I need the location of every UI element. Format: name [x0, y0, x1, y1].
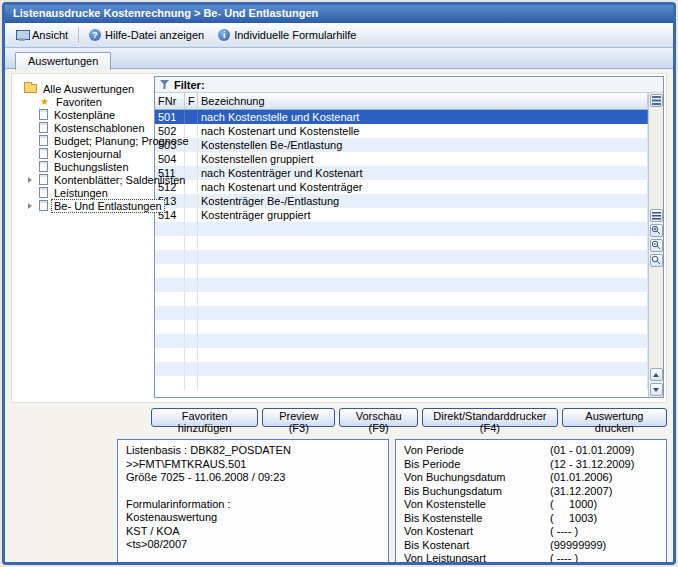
cell-flag: [185, 208, 198, 222]
help-file-button[interactable]: ? Hilfe-Datei anzeigen: [82, 26, 211, 44]
tree-item-label: Kostenjournal: [52, 148, 123, 160]
table-row[interactable]: 502 nach Kostenart und Kostenstelle: [155, 124, 648, 138]
cell-bezeichnung: Kostenstellen Be-/Entlastung: [198, 138, 648, 152]
tree-item-be-und-entlastungen[interactable]: Be- Und Entlastungen: [24, 199, 144, 212]
empty-row: [155, 334, 648, 348]
form-help-button[interactable]: i Individuelle Formularhilfe: [211, 26, 363, 44]
tree-root-label: Alle Auswertungen: [41, 83, 136, 95]
cell-bezeichnung: nach Kostenart und Kostenträger: [198, 180, 648, 194]
zoom-out-button[interactable]: [650, 239, 663, 252]
param-row: Von Periode(01 - 01.01.2009): [404, 444, 658, 458]
param-row: Von Kostenart( ---- ): [404, 525, 658, 539]
results-grid: FNr F Bezeichnung 501 nach Kostenstelle …: [155, 93, 648, 397]
filter-row[interactable]: Filter:: [155, 77, 663, 93]
param-row: Von Buchungsdatum(01.01.2006): [404, 471, 658, 485]
info-line: Formularinformation :: [126, 498, 380, 512]
list-info-panel: Listenbasis : DBK82_POSDATEN >>FMT\FMTKR…: [117, 439, 389, 565]
auswertung-drucken-button[interactable]: Auswertung drucken: [562, 408, 667, 427]
view-icon: [16, 30, 28, 41]
zoom-reset-button[interactable]: [650, 254, 663, 267]
vorschau-f9-button[interactable]: Vorschau (F9): [339, 408, 418, 427]
title-bar: Listenausdrucke Kostenrechnung > Be- Und…: [5, 5, 673, 23]
action-button-row: Favoriten hinzufügen Preview (F3) Vorsch…: [151, 408, 667, 427]
tree-item-label: Kostenschablonen: [52, 122, 147, 134]
table-row[interactable]: 503 Kostenstellen Be-/Entlastung: [155, 138, 648, 152]
zoom-in-icon: [651, 225, 661, 235]
tree-item-kostenplaene[interactable]: Kostenpläne: [24, 108, 144, 121]
expand-arrow-icon[interactable]: [28, 203, 32, 209]
tree-item-label: Favoriten: [54, 96, 104, 108]
table-row[interactable]: 513 Kostenträger Be-/Entlastung: [155, 194, 648, 208]
arrow-up-icon: [653, 373, 659, 377]
filter-label: Filter:: [174, 79, 205, 91]
zoom-in-button[interactable]: [650, 224, 663, 237]
magnifier-icon: [651, 255, 661, 265]
direkt-standarddrucker-f4-button[interactable]: Direkt/Standarddrucker (F4): [422, 408, 558, 427]
empty-row: [155, 250, 648, 264]
info-line: >>FMT\FMTKRAUS.501: [126, 458, 380, 472]
info-line: Listenbasis : DBK82_POSDATEN: [126, 444, 380, 458]
empty-row: [155, 222, 648, 236]
tree-item-kostenjournal[interactable]: Kostenjournal: [24, 147, 144, 160]
star-icon: ★: [39, 97, 50, 107]
column-header-f[interactable]: F: [185, 93, 198, 109]
upper-region: Alle Auswertungen ★ Favoriten Kostenplän…: [11, 73, 667, 403]
tree-panel: Alle Auswertungen ★ Favoriten Kostenplän…: [12, 74, 146, 402]
tree-item-favoriten[interactable]: ★ Favoriten: [24, 95, 144, 108]
empty-row: [155, 292, 648, 306]
empty-row: [155, 306, 648, 320]
table-row[interactable]: 512 nach Kostenart und Kostenträger: [155, 180, 648, 194]
tree-item-kontenblaetter-saldenlisten[interactable]: Kontenblätter; Saldenlisten: [24, 173, 144, 186]
document-icon: [39, 161, 48, 172]
grid-header: FNr F Bezeichnung: [155, 93, 648, 110]
empty-row: [155, 376, 648, 390]
info-line: Größe 7025 - 11.06.2008 / 09:23: [126, 471, 380, 485]
cell-flag: [185, 194, 198, 208]
tree-item-buchungslisten[interactable]: Buchungslisten: [24, 160, 144, 173]
column-options-button[interactable]: [650, 94, 663, 107]
table-row[interactable]: 514 Kostenträger gruppiert: [155, 208, 648, 222]
tab-auswertungen[interactable]: Auswertungen: [15, 52, 111, 70]
cell-bezeichnung: nach Kostenträger und Kostenart: [198, 166, 648, 180]
empty-row: [155, 278, 648, 292]
column-header-bezeichnung[interactable]: Bezeichnung: [198, 93, 648, 109]
param-row: Von Leistungsart( ---- ): [404, 552, 658, 565]
details-view-button[interactable]: [650, 209, 663, 222]
grid-wrap: FNr F Bezeichnung 501 nach Kostenstelle …: [155, 93, 663, 397]
tree-item-budget-planung-prognose[interactable]: Budget; Planung; Prognose: [24, 134, 144, 147]
tree-item-kostenschablonen[interactable]: Kostenschablonen: [24, 121, 144, 134]
app-window: Listenausdrucke Kostenrechnung > Be- Und…: [2, 2, 676, 565]
info-area: Listenbasis : DBK82_POSDATEN >>FMT\FMTKR…: [117, 439, 667, 565]
parameter-info-panel: Von Periode(01 - 01.01.2009) Bis Periode…: [395, 439, 667, 565]
table-row[interactable]: 504 Kostenstellen gruppiert: [155, 152, 648, 166]
document-icon: [39, 148, 48, 159]
scroll-up-button[interactable]: [650, 368, 663, 381]
param-row: Von Kostenstelle( 1000): [404, 498, 658, 512]
document-icon: [39, 187, 48, 198]
document-icon: [39, 200, 48, 211]
info-line: [126, 485, 380, 498]
scroll-down-button[interactable]: [650, 383, 663, 396]
window-title: Listenausdrucke Kostenrechnung > Be- Und…: [13, 7, 318, 19]
tree-item-label: Leistungen: [52, 187, 110, 199]
empty-row: [155, 264, 648, 278]
tree-item-label: Be- Und Entlastungen: [52, 200, 164, 212]
empty-row: [155, 362, 648, 376]
cell-bezeichnung: Kostenträger Be-/Entlastung: [198, 194, 648, 208]
cell-bezeichnung: Kostenträger gruppiert: [198, 208, 648, 222]
table-row[interactable]: 511 nach Kostenträger und Kostenart: [155, 166, 648, 180]
cell-fnr: 504: [155, 152, 185, 166]
document-icon: [39, 174, 48, 185]
param-row: Bis Kostenart(99999999): [404, 539, 658, 553]
tree-root-alle-auswertungen[interactable]: Alle Auswertungen: [24, 82, 144, 95]
preview-f3-button[interactable]: Preview (F3): [262, 408, 335, 427]
ansicht-button[interactable]: Ansicht: [9, 26, 75, 44]
expand-arrow-icon[interactable]: [28, 177, 32, 183]
table-row[interactable]: 501 nach Kostenstelle und Kostenart: [155, 110, 648, 124]
param-row: Bis Buchungsdatum(31.12.2007): [404, 485, 658, 499]
cell-flag: [185, 152, 198, 166]
tree-item-leistungen[interactable]: Leistungen: [24, 186, 144, 199]
favoriten-hinzufuegen-button[interactable]: Favoriten hinzufügen: [151, 408, 258, 427]
column-header-fnr[interactable]: FNr: [155, 93, 185, 109]
info-line: KST / KOA: [126, 525, 380, 539]
